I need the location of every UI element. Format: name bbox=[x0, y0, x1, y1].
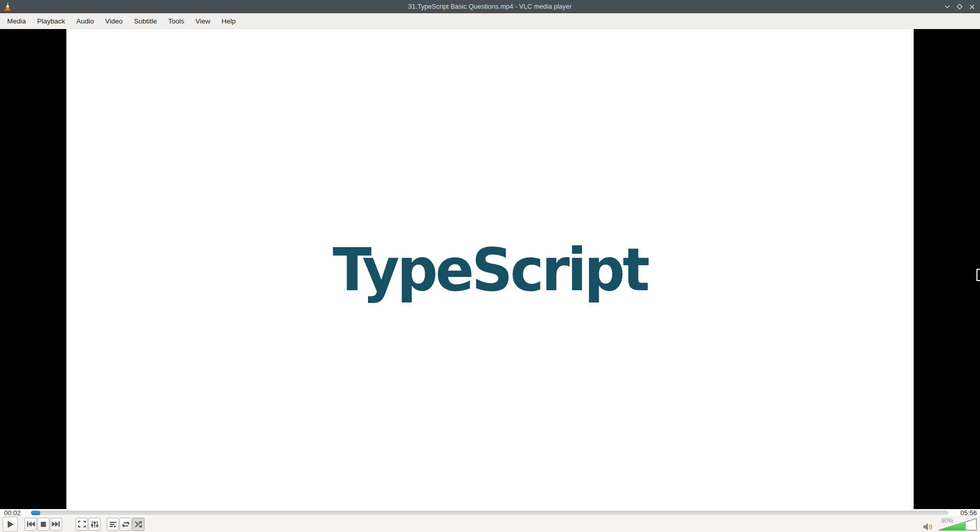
mouse-cursor-artifact bbox=[976, 269, 980, 281]
seek-row: 00:02 05:56 bbox=[0, 509, 980, 516]
shuffle-icon bbox=[134, 520, 143, 528]
menu-help[interactable]: Help bbox=[216, 13, 241, 29]
stop-button[interactable] bbox=[37, 518, 50, 531]
window-title: 31.TypeScript Basic Questions.mp4 - VLC … bbox=[0, 0, 980, 13]
menu-tools[interactable]: Tools bbox=[162, 13, 190, 29]
titlebar: 31.TypeScript Basic Questions.mp4 - VLC … bbox=[0, 0, 980, 13]
menu-audio[interactable]: Audio bbox=[71, 13, 100, 29]
loop-icon bbox=[121, 520, 130, 528]
video-surface[interactable]: TypeScript bbox=[66, 29, 914, 509]
menu-view[interactable]: View bbox=[190, 13, 216, 29]
maximize-icon bbox=[957, 4, 963, 10]
menubar: Media Playback Audio Video Subtitle Tool… bbox=[0, 13, 980, 29]
speaker-icon bbox=[923, 523, 934, 531]
next-icon bbox=[52, 520, 61, 528]
fullscreen-button[interactable] bbox=[76, 518, 88, 531]
controls-toolbar: 90% bbox=[0, 516, 980, 532]
loop-button[interactable] bbox=[119, 518, 132, 531]
stop-icon bbox=[40, 521, 47, 528]
seek-slider[interactable] bbox=[31, 511, 948, 515]
minimize-button[interactable] bbox=[941, 0, 953, 13]
menu-playback[interactable]: Playback bbox=[32, 13, 71, 29]
close-button[interactable] bbox=[966, 0, 978, 13]
fullscreen-icon bbox=[78, 520, 86, 528]
vlc-window: 31.TypeScript Basic Questions.mp4 - VLC … bbox=[0, 0, 980, 532]
seek-progress-fill bbox=[31, 511, 40, 515]
play-button[interactable] bbox=[3, 517, 18, 532]
minimize-icon bbox=[944, 5, 950, 9]
menu-media[interactable]: Media bbox=[2, 13, 32, 29]
volume-fill-rect bbox=[939, 518, 966, 531]
menu-subtitle[interactable]: Subtitle bbox=[128, 13, 162, 29]
playlist-icon bbox=[109, 520, 117, 528]
volume-slider[interactable] bbox=[938, 518, 977, 531]
elapsed-time: 00:02 bbox=[4, 509, 27, 517]
equalizer-button[interactable] bbox=[88, 518, 101, 531]
close-icon bbox=[969, 4, 975, 10]
total-time: 05:56 bbox=[954, 509, 977, 517]
maximize-button[interactable] bbox=[953, 0, 966, 13]
previous-button[interactable] bbox=[24, 518, 37, 531]
equalizer-icon bbox=[90, 520, 99, 528]
previous-icon bbox=[26, 520, 35, 528]
next-button[interactable] bbox=[50, 518, 62, 531]
shuffle-button[interactable] bbox=[132, 518, 144, 531]
video-area[interactable]: TypeScript bbox=[0, 29, 980, 509]
playlist-button[interactable] bbox=[107, 518, 119, 531]
typescript-logo-text: TypeScript bbox=[333, 235, 648, 303]
play-icon bbox=[5, 519, 15, 529]
menu-video[interactable]: Video bbox=[100, 13, 128, 29]
